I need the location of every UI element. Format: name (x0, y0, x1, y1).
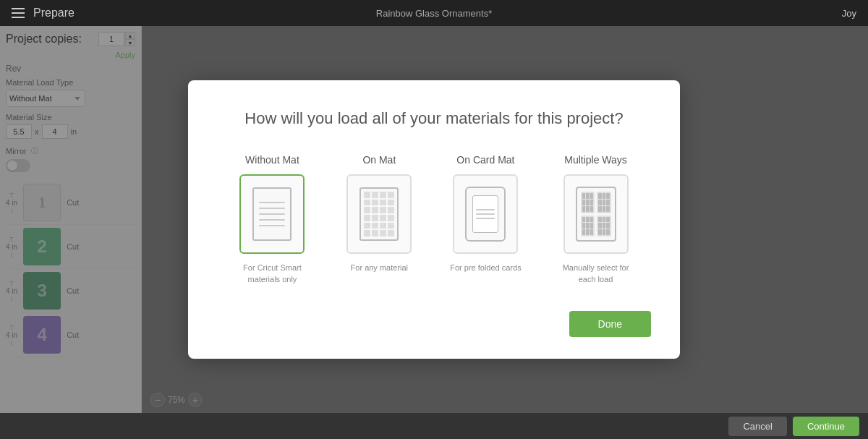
on-mat-desc: For any material (351, 263, 408, 273)
cancel-button[interactable]: Cancel (728, 417, 786, 436)
modal-title: How will you load all of your materials … (217, 109, 651, 128)
done-button[interactable]: Done (569, 311, 651, 337)
modal-overlay: How will you load all of your materials … (0, 26, 868, 413)
without-mat-desc: For Cricut Smart materials only (236, 263, 308, 285)
modal-dialog: How will you load all of your materials … (188, 80, 680, 359)
without-mat-icon (252, 187, 292, 241)
on-mat-icon (359, 187, 399, 241)
multiple-ways-icon (576, 187, 616, 242)
hamburger-menu[interactable] (12, 8, 25, 18)
on-card-mat-option[interactable]: On Card Mat For pre folded cards (450, 154, 521, 273)
multiple-ways-label: Multiple Ways (564, 154, 627, 166)
modal-options: Without Mat For Cricut Smart materials o… (217, 154, 651, 285)
bottom-bar: Cancel Continue (0, 413, 868, 439)
modal-footer: Done (217, 311, 651, 337)
on-mat-label: On Mat (362, 154, 396, 166)
multiple-ways-card[interactable] (563, 174, 629, 254)
on-mat-option[interactable]: On Mat For any material (346, 154, 412, 273)
on-card-mat-desc: For pre folded cards (450, 263, 521, 273)
top-bar: Prepare Rainbow Glass Ornaments* Joy (0, 0, 868, 26)
without-mat-option[interactable]: Without Mat For Cricut Smart materials o… (236, 154, 308, 285)
user-label: Joy (842, 8, 856, 19)
project-title: Rainbow Glass Ornaments* (376, 8, 492, 19)
on-card-mat-icon (465, 187, 506, 242)
multiple-ways-option[interactable]: Multiple Ways (560, 154, 632, 285)
prepare-label: Prepare (33, 7, 75, 20)
on-card-mat-card[interactable] (453, 174, 518, 254)
without-mat-label: Without Mat (245, 154, 299, 166)
without-mat-card[interactable] (239, 174, 305, 254)
top-bar-left: Prepare (12, 7, 75, 20)
on-card-mat-label: On Card Mat (456, 154, 514, 166)
on-mat-card[interactable] (346, 174, 412, 254)
multiple-ways-desc: Manually select for each load (560, 263, 632, 285)
continue-button[interactable]: Continue (793, 417, 859, 436)
